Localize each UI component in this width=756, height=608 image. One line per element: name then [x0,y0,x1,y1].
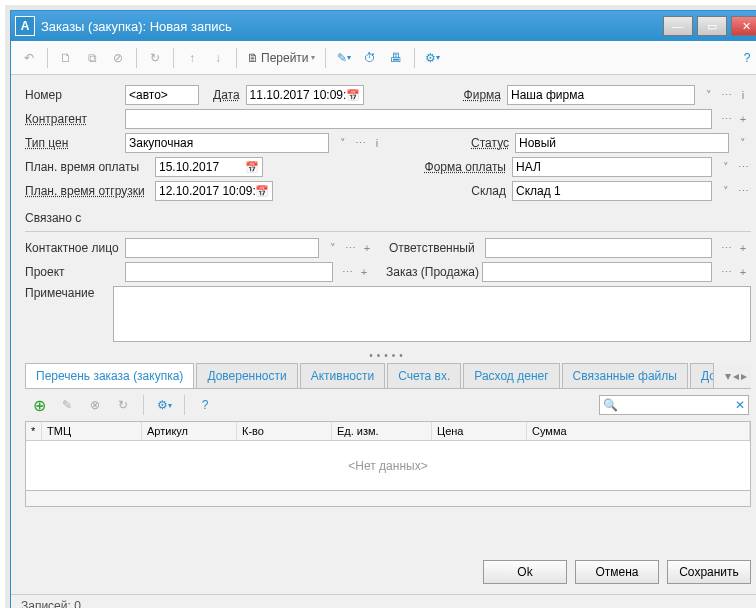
grid: * ТМЦ Артикул К-во Ед. изм. Цена Сумма <… [25,421,751,491]
gear-icon[interactable]: ⚙▾ [421,46,445,70]
new-icon[interactable]: 🗋 [54,46,78,70]
date-input[interactable]: 📅 [246,85,364,105]
payplan-input[interactable]: 📅 [155,157,263,177]
calendar-icon[interactable]: 📅 [346,85,360,105]
plus-icon[interactable]: + [735,262,751,282]
tab-invoices[interactable]: Счета вх. [387,363,461,388]
splitter[interactable]: ••••• [25,350,751,361]
more-icon[interactable]: ⋯ [718,85,734,105]
save-button[interactable]: Сохранить [667,560,751,584]
down-icon[interactable]: ↓ [206,46,230,70]
payplan-label: План. время оплаты [25,160,149,174]
chevron-down-icon[interactable]: ˅ [718,157,734,177]
col-tmc[interactable]: ТМЦ [42,422,142,440]
sale-input[interactable] [482,262,712,282]
counterparty-label[interactable]: Контрагент [25,112,119,126]
responsible-input[interactable] [485,238,712,258]
plus-icon[interactable]: + [359,238,375,258]
grid-help-icon[interactable]: ? [193,393,217,417]
calendar-icon[interactable]: 📅 [255,181,269,201]
cancel-button[interactable]: Отмена [575,560,659,584]
more-icon[interactable]: ⋯ [735,157,751,177]
info-icon[interactable]: i [735,85,751,105]
chevron-down-icon[interactable]: ˅ [735,133,751,153]
plus-icon[interactable]: + [735,238,751,258]
plus-icon[interactable]: + [735,109,751,129]
chevron-down-icon[interactable]: ▾ [725,369,731,383]
delete-icon[interactable]: ⊘ [106,46,130,70]
contact-input[interactable] [125,238,319,258]
shipplan-input[interactable]: 📅 [155,181,273,201]
project-input[interactable] [125,262,333,282]
col-unit[interactable]: Ед. изм. [332,422,432,440]
undo-icon[interactable]: ↶ [17,46,41,70]
chevron-down-icon[interactable]: ˅ [325,238,341,258]
add-icon[interactable]: ⊕ [27,393,51,417]
more-icon[interactable]: ⋯ [342,238,358,258]
more-icon[interactable]: ⋯ [718,262,734,282]
more-icon[interactable]: ⋯ [339,262,355,282]
dialog-buttons: Ok Отмена Сохранить [11,550,756,594]
col-sum[interactable]: Сумма [527,422,750,440]
goto-dropdown[interactable]: 🗎 Перейти ▾ [243,51,319,65]
date-label[interactable]: Дата [213,88,240,102]
minimize-button[interactable]: — [663,16,693,36]
chevron-down-icon[interactable]: ˅ [718,181,734,201]
col-qty[interactable]: К-во [237,422,332,440]
tab-powers[interactable]: Доверенности [196,363,297,388]
chevron-down-icon[interactable]: ˅ [335,133,351,153]
maximize-button[interactable]: ▭ [697,16,727,36]
tab-activities[interactable]: Активности [300,363,385,388]
calendar-icon[interactable]: 📅 [245,157,259,177]
more-icon[interactable]: ⋯ [352,133,368,153]
more-icon[interactable]: ⋯ [718,238,734,258]
copy-icon[interactable]: ⧉ [80,46,104,70]
sale-label: Заказ (Продажа) [386,265,476,279]
refresh-grid-icon[interactable]: ↻ [111,393,135,417]
plus-icon[interactable]: + [356,262,372,282]
tab-more[interactable]: До [690,363,714,388]
counterparty-input[interactable] [125,109,712,129]
pricetype-input[interactable] [125,133,329,153]
more-icon[interactable]: ⋯ [718,109,734,129]
firm-input[interactable] [507,85,695,105]
warehouse-input[interactable] [512,181,712,201]
col-marker[interactable]: * [26,422,42,440]
status-input[interactable] [515,133,729,153]
info-icon[interactable]: i [369,133,385,153]
payform-input[interactable] [512,157,712,177]
related-section-label: Связано с [25,211,751,225]
tab-files[interactable]: Связанные файлы [562,363,688,388]
print-icon[interactable]: 🖶 [384,46,408,70]
help-icon[interactable]: ? [735,46,756,70]
note-textarea[interactable] [113,286,751,342]
grid-gear-icon[interactable]: ⚙▾ [152,393,176,417]
shipplan-label[interactable]: План. время отгрузки [25,184,149,198]
clear-search-icon[interactable]: ✕ [735,398,745,412]
edit-row-icon[interactable]: ✎ [55,393,79,417]
number-label: Номер [25,88,119,102]
delete-row-icon[interactable]: ⊗ [83,393,107,417]
edit-icon[interactable]: ✎▾ [332,46,356,70]
scroll-right-icon[interactable]: ▸ [741,369,747,383]
status-label[interactable]: Статус [471,136,509,150]
number-input[interactable] [125,85,199,105]
responsible-label: Ответственный [389,241,479,255]
clock-icon[interactable]: ⏱ [358,46,382,70]
close-button[interactable]: ✕ [731,16,756,36]
tab-expenses[interactable]: Расход денег [463,363,559,388]
grid-search[interactable]: 🔍 ✕ [599,395,749,415]
chevron-down-icon[interactable]: ˅ [701,85,717,105]
tab-order-items[interactable]: Перечень заказа (закупка) [25,363,194,388]
pricetype-label[interactable]: Тип цен [25,136,119,150]
col-price[interactable]: Цена [432,422,527,440]
up-icon[interactable]: ↑ [180,46,204,70]
scroll-left-icon[interactable]: ◂ [733,369,739,383]
project-label: Проект [25,265,119,279]
more-icon[interactable]: ⋯ [735,181,751,201]
ok-button[interactable]: Ok [483,560,567,584]
col-article[interactable]: Артикул [142,422,237,440]
payform-label[interactable]: Форма оплаты [425,160,506,174]
refresh-icon[interactable]: ↻ [143,46,167,70]
firm-label[interactable]: Фирма [464,88,501,102]
